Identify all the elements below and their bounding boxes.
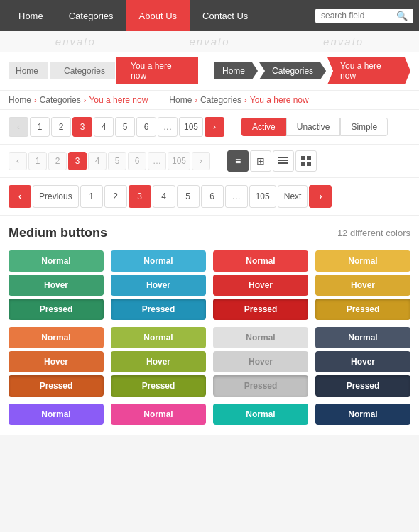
bc-text-current-l: You a here now: [89, 95, 148, 105]
pag3-prev-label[interactable]: Previous: [33, 185, 79, 208]
btn-dark-normal[interactable]: Normal: [315, 327, 410, 348]
btn-orange-pressed[interactable]: Pressed: [9, 375, 104, 397]
bc-arrow-home[interactable]: Home: [214, 62, 258, 79]
pag2-prev[interactable]: ‹: [9, 152, 27, 170]
btn-blue-normal[interactable]: Normal: [111, 250, 206, 272]
pag3-p3[interactable]: 3: [129, 185, 151, 208]
btn-dark-hover[interactable]: Hover: [315, 351, 410, 372]
btn-lgray-normal[interactable]: Normal: [213, 327, 308, 348]
status-unactive[interactable]: Unactive: [286, 118, 341, 136]
pag2-p4[interactable]: 4: [88, 152, 107, 170]
view-list2-icon[interactable]: [273, 150, 294, 172]
search-input[interactable]: [321, 11, 392, 21]
bc-text-current-r: You a here now: [250, 95, 309, 105]
bc-arrow-cat[interactable]: Categories: [259, 62, 326, 79]
breadcrumb-row-2: Home › Categories › You a here now Home …: [0, 91, 419, 110]
pag3-dots: …: [225, 185, 248, 208]
pagination-row-3: ‹ Previous 1 2 3 4 5 6 … 105 Next ›: [0, 178, 419, 216]
pag3-p105[interactable]: 105: [249, 185, 276, 208]
buttons-title: Medium buttons: [9, 226, 107, 240]
breadcrumb-arrow: Home Categories You a here now: [214, 57, 410, 84]
status-buttons: Active Unactive Simple: [241, 118, 388, 136]
btn-orange-hover[interactable]: Hover: [9, 351, 104, 372]
pag2-next[interactable]: ›: [192, 152, 210, 170]
pag1-p105[interactable]: 105: [179, 117, 203, 137]
svg-rect-1: [278, 160, 288, 161]
nav-contact[interactable]: Contact Us: [190, 0, 261, 31]
btn-orange-normal[interactable]: Normal: [9, 327, 104, 348]
breadcrumb-flat: Home Categories You a here now: [9, 57, 200, 84]
btn-yellow-hover[interactable]: Hover: [315, 275, 410, 296]
pagination-row-1: ‹ 1 2 3 4 5 6 … 105 › Active Unactive Si…: [0, 110, 419, 145]
svg-rect-5: [301, 162, 305, 166]
svg-rect-0: [278, 157, 288, 158]
bc-text-home-l[interactable]: Home: [9, 95, 31, 105]
svg-rect-3: [301, 156, 305, 160]
nav-home[interactable]: Home: [6, 0, 56, 31]
btn-olive-hover[interactable]: Hover: [111, 351, 206, 372]
nav-about[interactable]: About Us: [126, 0, 190, 31]
pag1-prev[interactable]: ‹: [9, 117, 28, 137]
pag2-p2[interactable]: 2: [48, 152, 67, 170]
btn-yellow-normal[interactable]: Normal: [315, 250, 410, 272]
btn-dark-pressed[interactable]: Pressed: [315, 375, 410, 397]
btn-yellow-pressed[interactable]: Pressed: [315, 299, 410, 320]
status-active[interactable]: Active: [241, 118, 286, 136]
search-icon: 🔍: [396, 11, 408, 21]
btn-lgray-hover[interactable]: Hover: [213, 351, 308, 372]
bc-flat-current[interactable]: You a here now: [116, 57, 198, 84]
btn-red-hover[interactable]: Hover: [213, 275, 308, 296]
btn-olive-pressed[interactable]: Pressed: [111, 375, 206, 397]
bc-flat-cat[interactable]: Categories: [50, 62, 115, 79]
btn-red-pressed[interactable]: Pressed: [213, 299, 308, 320]
bc-text-cat-r[interactable]: Categories: [200, 95, 241, 105]
nav-categories[interactable]: Categories: [56, 0, 126, 31]
pag2-p5[interactable]: 5: [108, 152, 126, 170]
svg-rect-4: [307, 156, 311, 160]
breadcrumb-row-1: Home Categories You a here now Home Cate…: [0, 52, 419, 91]
pag1-p5[interactable]: 5: [115, 117, 135, 137]
pag3-left-arrow[interactable]: ‹: [9, 185, 31, 208]
view-grid-icon[interactable]: ⊞: [250, 150, 271, 172]
pag1-p3[interactable]: 3: [72, 117, 92, 137]
pag2-p1[interactable]: 1: [28, 152, 47, 170]
pag3-p5[interactable]: 5: [177, 185, 200, 208]
pag1-next[interactable]: ›: [205, 117, 224, 137]
btn-red-normal[interactable]: Normal: [213, 250, 308, 272]
pag2-p6[interactable]: 6: [128, 152, 146, 170]
pag1-p4[interactable]: 4: [94, 117, 114, 137]
pag3-right-arrow[interactable]: ›: [309, 185, 332, 208]
search-bar[interactable]: 🔍: [315, 9, 413, 23]
btn-purple-normal[interactable]: Normal: [9, 404, 104, 425]
pag2-dots: …: [148, 152, 166, 170]
btn-navy-normal[interactable]: Normal: [315, 404, 410, 425]
pag3-p1[interactable]: 1: [80, 185, 103, 208]
btn-green-hover[interactable]: Hover: [9, 275, 104, 296]
bc-arrow-current[interactable]: You a here now: [327, 57, 410, 84]
pag3-p4[interactable]: 4: [153, 185, 175, 208]
pag3-next-label[interactable]: Next: [278, 185, 308, 208]
pag3-p6[interactable]: 6: [201, 185, 224, 208]
pag2-p3[interactable]: 3: [68, 152, 87, 170]
btn-olive-normal[interactable]: Normal: [111, 327, 206, 348]
btn-teal-normal[interactable]: Normal: [213, 404, 308, 425]
view-compact-icon[interactable]: [295, 150, 317, 172]
bc-text-cat-l[interactable]: Categories: [40, 95, 81, 105]
breadcrumb-text-left: Home › Categories › You a here now: [9, 95, 148, 105]
pag3-p2[interactable]: 2: [104, 185, 127, 208]
btn-pink-normal[interactable]: Normal: [111, 404, 206, 425]
btn-lgray-pressed[interactable]: Pressed: [213, 375, 308, 397]
btn-green-pressed[interactable]: Pressed: [9, 299, 104, 320]
view-list-icon[interactable]: ≡: [227, 150, 249, 172]
bc-text-home-r[interactable]: Home: [169, 95, 192, 105]
pag1-p2[interactable]: 2: [51, 117, 71, 137]
pag2-p105[interactable]: 105: [168, 152, 190, 170]
bc-flat-home[interactable]: Home: [9, 62, 48, 79]
status-simple[interactable]: Simple: [340, 118, 388, 136]
btn-blue-hover[interactable]: Hover: [111, 275, 206, 296]
btn-blue-pressed[interactable]: Pressed: [111, 299, 206, 320]
btn-green-normal[interactable]: Normal: [9, 250, 104, 272]
pag1-p6[interactable]: 6: [136, 117, 156, 137]
pag1-p1[interactable]: 1: [30, 117, 50, 137]
buttons-subtitle: 12 different colors: [337, 228, 410, 238]
